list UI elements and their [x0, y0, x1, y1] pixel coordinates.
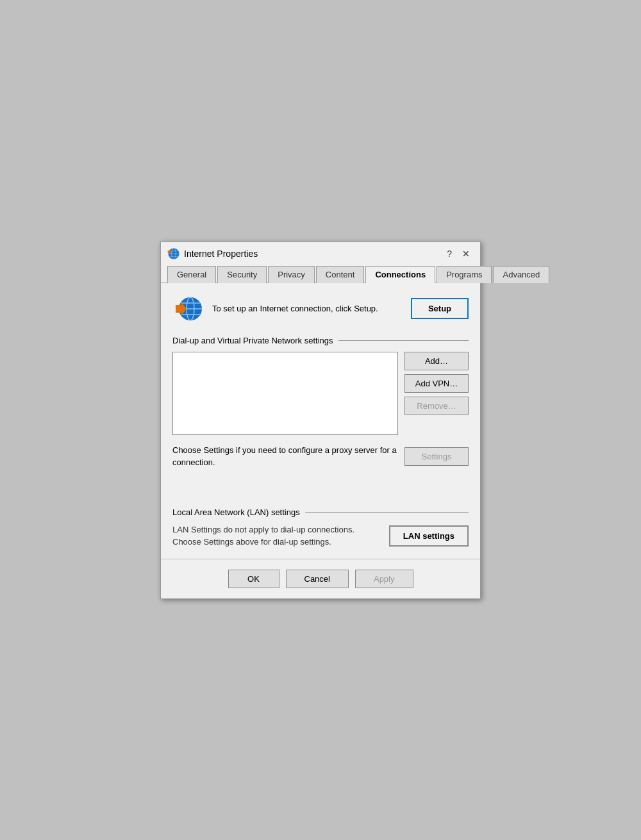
connection-icon [172, 293, 203, 324]
setup-description: To set up an Internet connection, click … [212, 302, 402, 315]
setup-button[interactable]: Setup [411, 298, 469, 319]
vpn-section-line [338, 340, 469, 341]
tab-content[interactable]: Content [316, 266, 365, 283]
tab-content-panel: To set up an Internet connection, click … [161, 283, 480, 559]
globe-icon [167, 247, 180, 260]
lan-settings-button[interactable]: LAN settings [389, 525, 469, 547]
lan-section-title: Local Area Network (LAN) settings [172, 507, 300, 517]
bottom-bar: OK Cancel Apply [161, 559, 480, 598]
add-vpn-button[interactable]: Add VPN… [404, 374, 469, 393]
tab-privacy[interactable]: Privacy [268, 266, 315, 283]
vpn-section-title: Dial-up and Virtual Private Network sett… [172, 336, 333, 345]
tab-connections[interactable]: Connections [365, 266, 435, 283]
tab-general[interactable]: General [167, 266, 216, 283]
lan-description: LAN Settings do not apply to dial-up con… [172, 523, 383, 548]
tab-security[interactable]: Security [217, 266, 267, 283]
settings-button[interactable]: Settings [404, 447, 469, 466]
ok-button[interactable]: OK [228, 570, 279, 588]
close-button[interactable]: ✕ [458, 247, 474, 260]
proxy-description: Choose Settings if you need to configure… [172, 444, 398, 469]
lan-section-header: Local Area Network (LAN) settings [172, 507, 469, 517]
internet-properties-dialog: Internet Properties ? ✕ General Security… [160, 242, 481, 599]
title-bar-right: ? ✕ [443, 247, 474, 260]
help-button[interactable]: ? [443, 247, 456, 260]
title-bar: Internet Properties ? ✕ [161, 242, 480, 260]
tab-advanced[interactable]: Advanced [493, 266, 549, 283]
lan-section-line [305, 512, 469, 513]
vpn-section-header: Dial-up and Virtual Private Network sett… [172, 336, 469, 345]
lan-row: LAN Settings do not apply to dial-up con… [172, 523, 469, 548]
dialog-title: Internet Properties [184, 249, 258, 259]
vpn-area: Add… Add VPN… Remove… [172, 352, 469, 435]
lan-section: Local Area Network (LAN) settings LAN Se… [172, 507, 469, 548]
vpn-buttons: Add… Add VPN… Remove… [404, 352, 469, 435]
add-button[interactable]: Add… [404, 352, 469, 370]
tabs-bar: General Security Privacy Content Connect… [161, 260, 480, 283]
vpn-listbox[interactable] [172, 352, 398, 435]
proxy-row: Choose Settings if you need to configure… [172, 444, 469, 469]
title-bar-left: Internet Properties [167, 247, 258, 260]
setup-row: To set up an Internet connection, click … [172, 293, 469, 324]
cancel-button[interactable]: Cancel [286, 570, 349, 588]
tab-programs[interactable]: Programs [437, 266, 492, 283]
remove-button[interactable]: Remove… [404, 397, 469, 415]
apply-button[interactable]: Apply [355, 570, 413, 588]
